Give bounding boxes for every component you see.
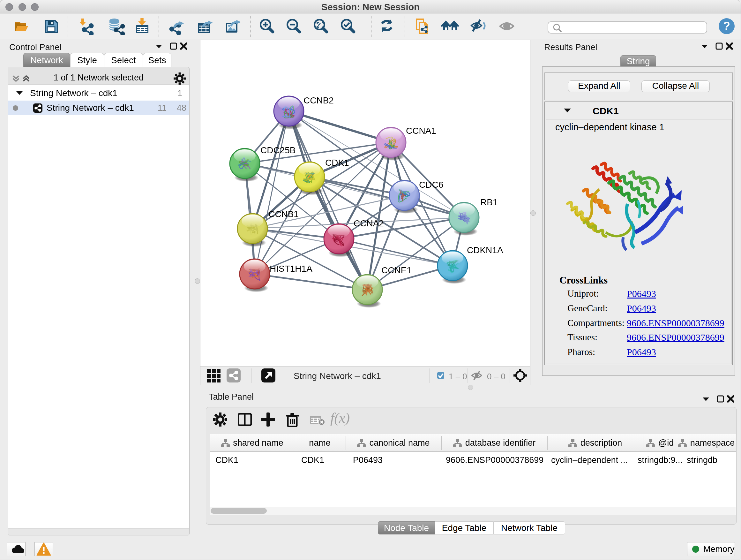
svg-text:CDKN1A: CDKN1A <box>467 245 503 255</box>
svg-text:CCNB2: CCNB2 <box>304 96 334 105</box>
svg-text:CDK1: CDK1 <box>325 158 349 168</box>
svg-text:CCNB1: CCNB1 <box>268 209 299 219</box>
svg-text:RB1: RB1 <box>480 197 497 207</box>
svg-text:CCNE1: CCNE1 <box>381 265 412 275</box>
svg-text:CCNA2: CCNA2 <box>354 219 384 228</box>
svg-text:CDC25B: CDC25B <box>260 145 295 155</box>
svg-text:HIST1H1A: HIST1H1A <box>270 264 313 273</box>
svg-text:CDC6: CDC6 <box>419 180 443 190</box>
svg-text:?: ? <box>723 19 730 33</box>
svg-text:CCNA1: CCNA1 <box>406 126 436 136</box>
